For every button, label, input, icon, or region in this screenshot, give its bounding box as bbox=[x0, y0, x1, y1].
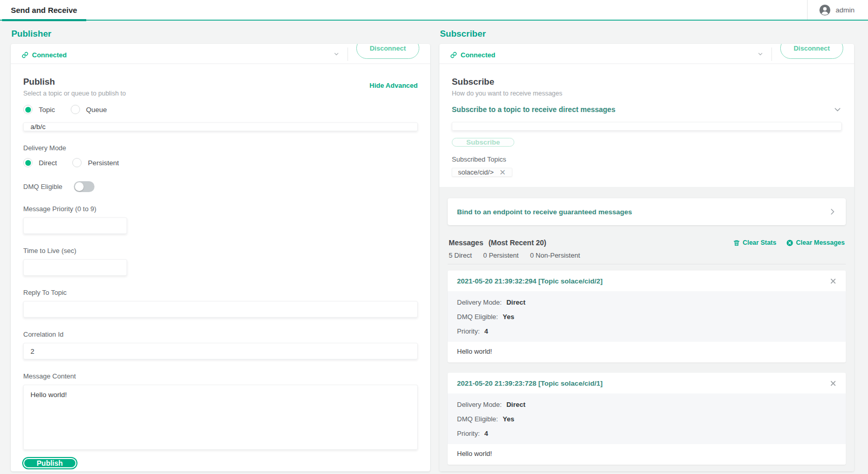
tab-send-and-receive[interactable]: Send and Receive bbox=[2, 0, 86, 20]
message-priority-input[interactable] bbox=[23, 217, 127, 234]
messages-actions: Clear Stats Clear Messages bbox=[733, 239, 845, 246]
messages-title: Messages(Most Recent 20) bbox=[449, 239, 546, 247]
chevron-down-icon[interactable] bbox=[757, 51, 763, 57]
publish-title: Publish bbox=[23, 77, 126, 87]
clear-messages-link[interactable]: Clear Messages bbox=[786, 239, 845, 246]
messages-recent-label: (Most Recent 20) bbox=[488, 239, 546, 247]
radio-direct-dot bbox=[23, 158, 33, 167]
close-icon[interactable] bbox=[830, 278, 837, 285]
radio-persistent[interactable]: Persistent bbox=[72, 158, 119, 167]
close-icon[interactable] bbox=[830, 380, 837, 387]
message-field: Delivery Mode:Direct bbox=[457, 397, 837, 412]
publisher-connection-row: Connected Disconnect bbox=[11, 44, 430, 64]
message-content-label: Message Content bbox=[23, 372, 418, 380]
subscriber-connection-status: Connected bbox=[450, 51, 495, 59]
subscribe-button[interactable]: Subscribe bbox=[452, 138, 514, 147]
chevron-down-icon bbox=[833, 105, 842, 114]
message-field: Priority:4 bbox=[457, 426, 837, 440]
message-timestamp-link[interactable]: 2021-05-20 21:39:23:728 [Topic solace/ci… bbox=[457, 380, 603, 387]
publisher-panel: Publisher Connected Disconnect bbox=[11, 21, 430, 471]
message-field: DMQ Eligible:Yes bbox=[457, 412, 837, 426]
clear-stats-link[interactable]: Clear Stats bbox=[733, 239, 776, 246]
correlation-id-label: Correlation Id bbox=[23, 330, 418, 338]
subscriber-connection-actions: Disconnect bbox=[757, 46, 843, 61]
message-details: Delivery Mode:Direct DMQ Eligible:Yes Pr… bbox=[448, 291, 846, 342]
subscribe-section: Subscribe How do you want to receive mes… bbox=[439, 64, 854, 471]
subscriber-status-label: Connected bbox=[461, 51, 495, 59]
messages-area: Bind to an endpoint to receive guarantee… bbox=[439, 187, 854, 471]
message-body: Hello world! bbox=[448, 444, 846, 465]
publisher-card: Connected Disconnect Publish S bbox=[11, 44, 430, 471]
publish-subtitle: Select a topic or queue to publish to bbox=[23, 90, 126, 97]
remove-topic-icon[interactable]: ✕ bbox=[499, 168, 506, 176]
publish-topic-input[interactable] bbox=[23, 122, 418, 131]
direct-subscribe-label: Subscribe to a topic to receive direct m… bbox=[452, 105, 616, 114]
publisher-heading: Publisher bbox=[11, 29, 430, 39]
message-content-field: Message Content Hello world! bbox=[23, 372, 418, 450]
publisher-status-label: Connected bbox=[32, 51, 67, 59]
subscribe-subtitle: How do you want to receive messages bbox=[452, 90, 842, 97]
reply-to-topic-field: Reply To Topic bbox=[23, 289, 418, 318]
subscriber-connection-row: Connected Disconnect bbox=[439, 44, 854, 64]
radio-queue-label: Queue bbox=[86, 106, 107, 114]
publisher-connection-status: Connected bbox=[22, 51, 67, 59]
delivery-mode-field: Delivery Mode Direct Persistent bbox=[23, 144, 418, 167]
subscriber-disconnect-button[interactable]: Disconnect bbox=[780, 44, 843, 59]
direct-subscribe-expander[interactable]: Subscribe to a topic to receive direct m… bbox=[452, 105, 842, 114]
dmq-eligible-label: DMQ Eligible bbox=[23, 183, 62, 191]
subscribed-topic-chip: solace/cid/> ✕ bbox=[452, 168, 512, 177]
radio-direct-label: Direct bbox=[39, 159, 57, 167]
reply-to-topic-label: Reply To Topic bbox=[23, 289, 418, 296]
messages-header: Messages(Most Recent 20) Clear Stats bbox=[448, 239, 846, 247]
time-to-live-label: Time to Live (sec) bbox=[23, 247, 418, 255]
delivery-mode-radio-group: Direct Persistent bbox=[23, 158, 418, 167]
message-content-textarea[interactable]: Hello world! bbox=[23, 385, 418, 450]
stat-direct: 5 Direct bbox=[449, 251, 472, 259]
radio-direct[interactable]: Direct bbox=[23, 158, 57, 167]
radio-persistent-label: Persistent bbox=[88, 159, 119, 167]
header-spacer bbox=[86, 0, 807, 20]
user-avatar-icon bbox=[819, 4, 831, 16]
message-priority-label: Message Priority (0 to 9) bbox=[23, 205, 418, 213]
time-to-live-field: Time to Live (sec) bbox=[23, 247, 418, 276]
dmq-eligible-toggle[interactable] bbox=[74, 181, 94, 192]
button-divider bbox=[348, 48, 348, 61]
publisher-connection-actions: Disconnect bbox=[334, 46, 419, 61]
publish-button[interactable]: Publish bbox=[23, 458, 76, 468]
reply-to-topic-input[interactable] bbox=[23, 301, 418, 318]
message-field: Delivery Mode:Direct bbox=[457, 295, 837, 309]
radio-topic-dot bbox=[23, 105, 33, 114]
radio-topic[interactable]: Topic bbox=[23, 105, 55, 114]
correlation-id-input[interactable] bbox=[23, 343, 418, 359]
radio-queue[interactable]: Queue bbox=[71, 105, 107, 114]
stat-non-persistent: 0 Non-Persistent bbox=[530, 251, 580, 259]
message-title-row: 2021-05-20 21:39:32:294 [Topic solace/ci… bbox=[448, 271, 846, 291]
bind-endpoint-expander[interactable]: Bind to an endpoint to receive guarantee… bbox=[448, 198, 846, 225]
radio-persistent-dot bbox=[72, 158, 82, 167]
stats-divider bbox=[448, 264, 846, 264]
time-to-live-input[interactable] bbox=[23, 259, 127, 276]
subscriber-heading: Subscriber bbox=[440, 29, 854, 39]
subscribe-title: Subscribe bbox=[452, 77, 842, 87]
user-menu[interactable]: admin bbox=[808, 0, 868, 20]
subscriber-panel: Subscriber Connected Disconnect bbox=[439, 21, 854, 471]
chevron-right-icon bbox=[828, 208, 837, 216]
tab-label: Send and Receive bbox=[11, 6, 77, 14]
subscribed-topics-label: Subscribed Topics bbox=[452, 155, 842, 163]
stat-persistent: 0 Persistent bbox=[483, 251, 519, 259]
message-timestamp-link[interactable]: 2021-05-20 21:39:32:294 [Topic solace/ci… bbox=[457, 277, 603, 285]
message-field: DMQ Eligible:Yes bbox=[457, 309, 837, 324]
radio-queue-dot bbox=[71, 105, 80, 114]
publish-section-head: Publish Select a topic or queue to publi… bbox=[23, 73, 418, 97]
x-circle-icon bbox=[786, 240, 793, 246]
chevron-down-icon[interactable] bbox=[334, 51, 339, 57]
subscribe-topic-input[interactable] bbox=[452, 122, 842, 131]
message-priority-field: Message Priority (0 to 9) bbox=[23, 205, 418, 234]
top-bar: Send and Receive admin bbox=[0, 0, 868, 21]
radio-topic-label: Topic bbox=[39, 106, 55, 114]
message-body: Hello world! bbox=[448, 342, 846, 362]
hide-advanced-link[interactable]: Hide Advanced bbox=[370, 82, 418, 89]
message-details: Delivery Mode:Direct DMQ Eligible:Yes Pr… bbox=[448, 393, 846, 444]
publisher-disconnect-button[interactable]: Disconnect bbox=[356, 44, 419, 59]
link-icon bbox=[450, 52, 457, 58]
